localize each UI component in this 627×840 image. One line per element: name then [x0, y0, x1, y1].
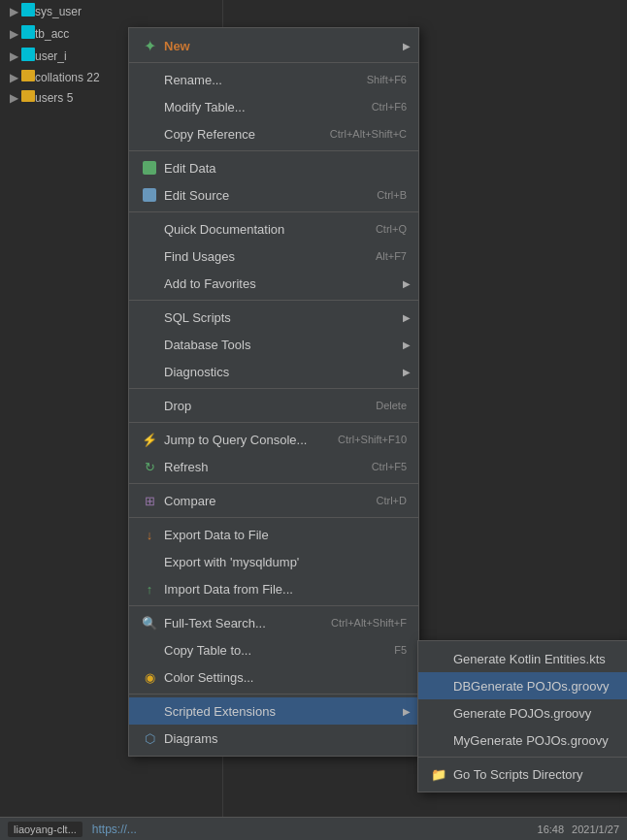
menu-item-export-mysqldump-label: Export with 'mysqldump': [164, 555, 407, 569]
menu-item-import-file[interactable]: ↑ Import Data from File...: [129, 575, 418, 602]
menu-item-add-favorites[interactable]: Add to Favorites: [129, 270, 418, 297]
menu-item-compare-label: Compare: [164, 494, 357, 508]
sidebar-item-sys-user[interactable]: ▶ sys_user: [0, 0, 222, 22]
menu-item-sql-scripts-label: SQL Scripts: [164, 310, 407, 325]
menu-separator-4: [129, 300, 418, 301]
gen-kotlin-icon: [430, 650, 447, 667]
app-label: liaoyang-clt...: [14, 824, 77, 835]
compare-icon: ⊞: [141, 492, 158, 509]
menu-item-diagrams[interactable]: ⬡ Diagrams: [129, 725, 418, 752]
sidebar-item-label: users 5: [35, 91, 73, 105]
sql-scripts-icon: [141, 308, 158, 326]
menu-item-diagnostics[interactable]: Diagnostics: [129, 358, 418, 385]
menu-item-edit-source-label: Edit Source: [164, 188, 357, 203]
menu-item-new[interactable]: ✦ New: [129, 32, 418, 59]
submenu-item-gen-pojos-label: Generate POJOs.groovy: [453, 706, 591, 721]
export-mysqldump-icon: [141, 553, 158, 570]
menu-item-export-file-label: Export Data to File: [164, 528, 407, 542]
modify-table-icon: [141, 98, 158, 115]
table-icon: [21, 25, 35, 42]
submenu-item-go-scripts[interactable]: 📁 Go To Scripts Directory: [418, 760, 627, 788]
submenu-item-gen-kotlin[interactable]: Generate Kotlin Entities.kts: [418, 645, 627, 672]
submenu-item-mygen-pojos[interactable]: MyGenerate POJOs.groovy: [418, 727, 627, 754]
color-settings-icon: ◉: [141, 668, 158, 686]
table-icon: [21, 3, 35, 19]
import-icon: ↑: [141, 580, 158, 598]
menu-item-sql-scripts[interactable]: SQL Scripts: [129, 304, 418, 331]
context-menu: ✦ New Rename... Shift+F6 Modify Table...…: [128, 27, 419, 757]
submenu-item-dbgen-pojos[interactable]: DBGenerate POJOs.groovy: [418, 672, 627, 699]
diagnostics-icon: [141, 363, 158, 380]
menu-item-compare[interactable]: ⊞ Compare Ctrl+D: [129, 487, 418, 514]
menu-item-full-text[interactable]: 🔍 Full-Text Search... Ctrl+Alt+Shift+F: [129, 609, 418, 636]
menu-item-find-usages-label: Find Usages: [164, 249, 356, 264]
menu-item-copy-reference-label: Copy Reference: [164, 127, 311, 142]
menu-separator-5: [129, 388, 418, 389]
tree-expand-icon: ▶: [8, 50, 19, 62]
go-scripts-folder-icon: 📁: [430, 765, 447, 783]
menu-item-import-file-label: Import Data from File...: [164, 582, 407, 597]
table-icon: [21, 48, 35, 64]
gen-pojos-icon: [430, 704, 447, 722]
menu-separator-8: [129, 517, 418, 518]
menu-item-full-text-shortcut: Ctrl+Alt+Shift+F: [331, 617, 407, 629]
scripted-ext-icon: [141, 702, 158, 720]
status-date: 2021/1/27: [572, 824, 619, 835]
tree-expand-icon: ▶: [8, 6, 19, 17]
menu-item-edit-data[interactable]: Edit Data: [129, 154, 418, 181]
tree-expand-icon: ▶: [8, 28, 19, 40]
new-icon: ✦: [141, 37, 158, 54]
menu-item-database-tools[interactable]: Database Tools: [129, 331, 418, 358]
database-tools-icon: [141, 336, 158, 353]
menu-item-modify-table-label: Modify Table...: [164, 100, 352, 114]
export-file-icon: ↓: [141, 526, 158, 543]
menu-separator-3: [129, 211, 418, 212]
menu-separator-7: [129, 483, 418, 484]
menu-item-rename-shortcut: Shift+F6: [367, 74, 407, 85]
menu-item-copy-reference-shortcut: Ctrl+Alt+Shift+C: [330, 128, 407, 140]
find-usages-icon: [141, 247, 158, 265]
menu-item-export-mysqldump[interactable]: Export with 'mysqldump': [129, 548, 418, 575]
menu-item-drop[interactable]: Drop Delete: [129, 392, 418, 419]
tree-expand-icon: ▶: [8, 72, 19, 83]
menu-item-refresh-label: Refresh: [164, 460, 352, 474]
menu-item-copy-reference[interactable]: Copy Reference Ctrl+Alt+Shift+C: [129, 120, 418, 147]
dbgen-pojos-icon: [430, 677, 447, 695]
taskbar-app-item[interactable]: liaoyang-clt...: [8, 822, 82, 837]
menu-item-quick-doc-label: Quick Documentation: [164, 222, 356, 237]
menu-item-jump-label: Jump to Query Console...: [164, 433, 318, 447]
menu-item-color-settings[interactable]: ◉ Color Settings...: [129, 663, 418, 691]
diagrams-icon: ⬡: [141, 729, 158, 747]
menu-item-rename-label: Rename...: [164, 73, 347, 87]
tree-expand-icon: ▶: [8, 92, 19, 104]
menu-item-compare-shortcut: Ctrl+D: [377, 495, 407, 506]
menu-item-edit-source[interactable]: Edit Source Ctrl+B: [129, 181, 418, 209]
menu-separator-1: [129, 62, 418, 63]
rename-icon: [141, 71, 158, 88]
status-bar: liaoyang-clt... https://... 16:48 2021/1…: [0, 817, 627, 840]
menu-item-find-usages-shortcut: Alt+F7: [376, 250, 407, 262]
drop-icon: [141, 397, 158, 414]
menu-separator-10: [129, 694, 418, 695]
status-url: https://...: [92, 823, 538, 836]
menu-item-edit-data-label: Edit Data: [164, 161, 407, 176]
copy-icon: [141, 125, 158, 143]
menu-item-rename[interactable]: Rename... Shift+F6: [129, 66, 418, 93]
menu-item-diagnostics-label: Diagnostics: [164, 365, 407, 379]
menu-item-modify-table[interactable]: Modify Table... Ctrl+F6: [129, 93, 418, 120]
menu-item-new-label: New: [164, 39, 407, 53]
edit-source-icon: [141, 186, 158, 204]
menu-item-copy-table[interactable]: Copy Table to... F5: [129, 636, 418, 663]
folder-icon: [21, 90, 35, 105]
menu-item-export-file[interactable]: ↓ Export Data to File: [129, 521, 418, 548]
menu-item-find-usages[interactable]: Find Usages Alt+F7: [129, 242, 418, 270]
menu-item-refresh[interactable]: ↻ Refresh Ctrl+F5: [129, 453, 418, 480]
menu-item-color-settings-label: Color Settings...: [164, 670, 407, 685]
menu-item-drop-shortcut: Delete: [376, 400, 407, 411]
menu-item-jump[interactable]: ⚡ Jump to Query Console... Ctrl+Shift+F1…: [129, 426, 418, 453]
menu-item-quick-doc[interactable]: Quick Documentation Ctrl+Q: [129, 215, 418, 242]
submenu-item-gen-pojos[interactable]: Generate POJOs.groovy: [418, 699, 627, 727]
menu-separator-9: [129, 605, 418, 606]
menu-item-scripted-ext[interactable]: Scripted Extensions: [129, 697, 418, 725]
status-time: 16:48: [538, 824, 565, 835]
